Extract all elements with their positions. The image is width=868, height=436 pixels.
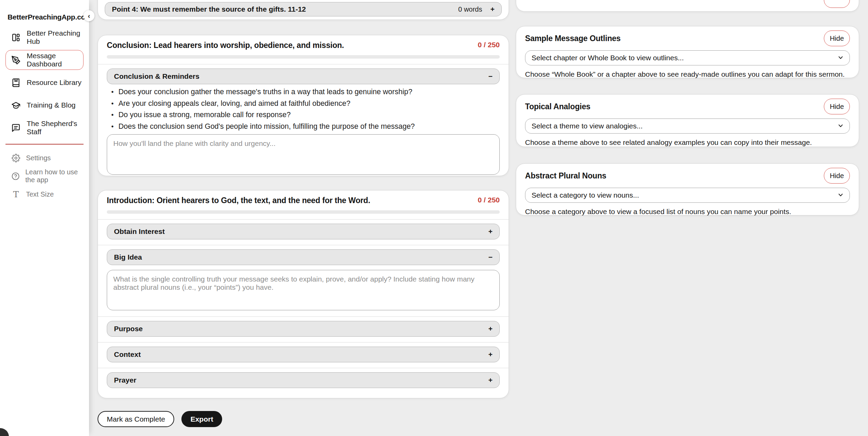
introduction-title: Introduction: Orient hearers to God, the…	[107, 196, 370, 205]
card-title: Topical Analogies	[525, 102, 590, 111]
accordion-purpose[interactable]: Purpose +	[107, 321, 500, 337]
conclusion-title: Conclusion: Lead hearers into worship, o…	[107, 41, 344, 50]
sidebar-item-message-dashboard[interactable]: Message Dashboard	[5, 50, 84, 70]
sidebar-item-learn-how[interactable]: Learn how to use the app	[5, 167, 84, 185]
divider	[98, 368, 509, 368]
hide-button[interactable]: Hide	[824, 168, 850, 184]
conclusion-card: Conclusion: Lead hearers into worship, o…	[98, 35, 509, 176]
sidebar-item-label: Message Dashboard	[27, 52, 83, 68]
sample-message-outlines-card: Sample Message Outlines Hide Select chap…	[516, 26, 859, 78]
tool-card-partial	[516, 0, 859, 12]
nouns-select[interactable]: Select a category to view nouns...	[525, 188, 850, 203]
sidebar-item-label: Training & Blog	[27, 101, 76, 109]
sidebar-item-shepherds-staff[interactable]: The Shepherd's Staff	[5, 118, 84, 138]
divider	[98, 245, 509, 245]
accordion-label: Prayer	[114, 376, 136, 384]
sidebar: BetterPreachingApp.com ‹ Better Preachin…	[0, 0, 89, 436]
select-value: Select a theme to view analogies...	[532, 122, 643, 130]
card-caption: Choose a category above to view a focuse…	[525, 208, 850, 216]
gear-icon	[11, 154, 21, 162]
checklist-item: Are your closing appeals clear, loving, …	[110, 100, 500, 108]
accordion-context[interactable]: Context +	[107, 347, 500, 362]
accordion-label: Context	[114, 350, 141, 359]
plus-icon: +	[488, 376, 493, 384]
accordion-big-idea[interactable]: Big Idea −	[107, 249, 500, 265]
introduction-counter: 0 / 250	[478, 196, 500, 204]
select-value: Select chapter or Whole Book to view out…	[532, 54, 684, 62]
sidebar-primary-nav: Better Preaching Hub Message Dashboard R…	[0, 27, 89, 140]
sidebar-item-label: Better Preaching Hub	[27, 29, 83, 46]
card-caption: Choose a theme above to see related anal…	[525, 138, 850, 147]
sidebar-item-text-size[interactable]: T Text Size	[5, 186, 84, 203]
sidebar-item-resource-library[interactable]: Resource Library	[5, 73, 84, 92]
hide-button-partial[interactable]	[824, 0, 850, 8]
accordion-obtain-interest[interactable]: Obtain Interest +	[107, 224, 500, 239]
topical-analogies-card: Topical Analogies Hide Select a theme to…	[516, 94, 859, 147]
accordion-label: Point 4: We must remember the source of …	[112, 5, 306, 13]
sidebar-item-label: Learn how to use the app	[25, 168, 83, 184]
chevron-down-icon	[838, 54, 843, 62]
conclusion-textarea[interactable]	[107, 134, 500, 175]
text-size-icon: T	[11, 190, 21, 199]
accordion-point-4[interactable]: Point 4: We must remember the source of …	[105, 2, 502, 16]
accordion-label: Purpose	[114, 325, 143, 333]
outlines-select[interactable]: Select chapter or Whole Book to view out…	[525, 50, 850, 65]
accordion-prayer[interactable]: Prayer +	[107, 372, 500, 388]
divider	[98, 316, 509, 317]
minus-icon: −	[488, 253, 493, 261]
book-icon	[11, 78, 21, 87]
sidebar-item-label: Resource Library	[27, 78, 81, 87]
sidebar-divider	[5, 144, 84, 145]
hide-button[interactable]: Hide	[824, 30, 850, 46]
graduation-cap-icon	[11, 101, 21, 110]
chevron-down-icon	[838, 122, 843, 130]
plus-icon: +	[488, 227, 493, 236]
sidebar-collapse-button[interactable]: ‹	[84, 10, 94, 21]
conclusion-checklist: Does your conclusion gather the message'…	[107, 88, 500, 130]
minus-icon: −	[488, 72, 493, 80]
abstract-plural-nouns-card: Abstract Plural Nouns Hide Select a cate…	[516, 163, 859, 215]
introduction-progress-bar	[107, 210, 500, 214]
accordion-label: Obtain Interest	[114, 227, 165, 236]
mark-as-complete-button[interactable]: Mark as Complete	[98, 411, 174, 427]
plus-icon: +	[488, 350, 493, 359]
chevron-left-icon: ‹	[88, 12, 90, 20]
card-title: Sample Message Outlines	[525, 34, 621, 43]
word-count: 0 words	[458, 5, 482, 13]
sidebar-item-better-preaching-hub[interactable]: Better Preaching Hub	[5, 27, 84, 47]
plus-icon: +	[488, 325, 493, 333]
question-icon	[11, 172, 20, 180]
chevron-down-icon	[838, 191, 843, 199]
big-idea-textarea[interactable]	[107, 270, 500, 310]
introduction-card: Introduction: Orient hearers to God, the…	[98, 190, 509, 398]
divider	[98, 219, 509, 220]
sidebar-item-training-blog[interactable]: Training & Blog	[5, 95, 84, 115]
card-caption: Choose “Whole Book” or a chapter above t…	[525, 70, 850, 78]
pen-icon	[11, 55, 21, 65]
analogies-select[interactable]: Select a theme to view analogies...	[525, 119, 850, 134]
sidebar-item-settings[interactable]: Settings	[5, 149, 84, 166]
select-value: Select a category to view nouns...	[532, 191, 639, 199]
plus-icon: +	[490, 5, 495, 13]
sidebar-item-label: Settings	[26, 154, 51, 162]
conclusion-progress-bar	[107, 55, 500, 59]
accordion-label: Big Idea	[114, 253, 142, 261]
divider	[98, 342, 509, 342]
divider	[98, 64, 509, 64]
export-button[interactable]: Export	[181, 411, 222, 427]
accordion-label: Conclusion & Reminders	[114, 72, 200, 80]
card-title: Abstract Plural Nouns	[525, 171, 606, 180]
conclusion-counter: 0 / 250	[478, 41, 500, 49]
sidebar-secondary-nav: Settings Learn how to use the app T Text…	[0, 149, 89, 204]
hide-button[interactable]: Hide	[824, 99, 850, 114]
dashboard-icon	[11, 33, 21, 42]
checklist-item: Does the conclusion send God's people in…	[110, 123, 500, 130]
checklist-item: Do you issue a strong, memorable call fo…	[110, 111, 500, 119]
checklist-item: Does your conclusion gather the message'…	[110, 88, 500, 96]
chat-icon	[11, 123, 21, 133]
app-logo: BetterPreachingApp.com	[8, 13, 91, 21]
points-card-partial: Point 4: We must remember the source of …	[98, 0, 509, 20]
sidebar-item-label: Text Size	[26, 190, 54, 198]
action-buttons: Mark as Complete Export	[98, 411, 222, 427]
accordion-conclusion-reminders[interactable]: Conclusion & Reminders −	[107, 68, 500, 84]
